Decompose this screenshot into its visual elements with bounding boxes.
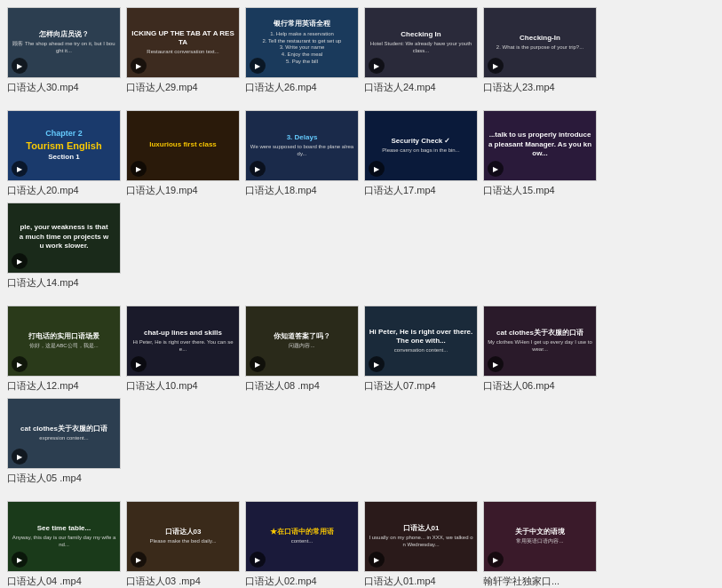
video-item[interactable]: Hi Peter, He is right over there. The on… [364,306,478,393]
video-thumbnail[interactable]: 口语达人03Please make the bed daily...▶ [126,501,240,572]
video-label: 口语达人08 .mp4 [245,379,359,393]
video-item[interactable]: 口语达人03Please make the bed daily...▶口语达人0… [126,501,240,588]
play-icon[interactable]: ▶ [131,58,147,74]
video-thumbnail[interactable]: luxurious first class▶ [126,110,240,181]
video-item[interactable]: ...talk to us properly introduce a pleas… [483,110,597,197]
video-item[interactable]: ple, your weakness is thata much time on… [7,203,121,290]
video-thumbnail[interactable]: 你知道答案了吗？问题内容...▶ [245,306,359,377]
video-label: 口语达人04 .mp4 [7,575,121,588]
video-item[interactable]: Checking InHotel Student: We already hav… [364,7,478,94]
video-thumbnail[interactable]: Hi Peter, He is right over there. The on… [364,306,478,377]
video-item[interactable]: ★在口语中的常用语content...▶口语达人02.mp4 [245,501,359,588]
video-thumbnail[interactable]: Chapter 2Tourism EnglishSection 1▶ [7,110,121,181]
video-label: 口语达人06.mp4 [483,379,597,393]
video-item[interactable]: cat clothes关于衣服的口语My clothes WHen I get … [483,306,597,393]
video-thumbnail[interactable]: cat clothes关于衣服的口语My clothes WHen I get … [483,306,597,377]
video-label: 口语达人20.mp4 [7,184,121,197]
play-icon[interactable]: ▶ [250,552,266,568]
play-icon[interactable]: ▶ [369,356,385,372]
video-item[interactable]: ICKING UP THE TAB AT A RESTARestaurant c… [126,7,240,94]
play-icon[interactable]: ▶ [12,552,28,568]
video-thumbnail[interactable]: 关于中文的语境常用英语口语内容...▶ [483,501,597,572]
video-item[interactable]: Checking-In2. What is the purpose of you… [483,7,597,94]
video-thumbnail[interactable]: ple, your weakness is thata much time on… [7,203,121,274]
video-label: 口语达人03 .mp4 [126,575,240,588]
video-grid: 怎样向店员说？顾客 The shop ahead me try on it, b… [0,0,722,588]
video-item[interactable]: 关于中文的语境常用英语口语内容...▶翰轩学社独家口... [483,501,597,588]
play-icon[interactable]: ▶ [488,552,504,568]
video-label: 口语达人01.mp4 [364,575,478,588]
play-icon[interactable]: ▶ [131,356,147,372]
video-thumbnail[interactable]: 口语达人01I usually on my phone... in XXX, w… [364,501,478,572]
video-thumbnail[interactable]: 打电话的实用口语场景你好，这是ABC公司，我是...▶ [7,306,121,377]
play-icon[interactable]: ▶ [131,552,147,568]
video-label: 口语达人18.mp4 [245,184,359,197]
play-icon[interactable]: ▶ [12,449,28,465]
video-thumbnail[interactable]: cat clothes关于衣服的口语expression content...▶ [7,398,121,469]
video-label: 口语达人14.mp4 [7,276,121,290]
play-icon[interactable]: ▶ [250,58,266,74]
play-icon[interactable]: ▶ [369,161,385,177]
play-icon[interactable]: ▶ [250,356,266,372]
video-thumbnail[interactable]: 3. DelaysWe were supposed to board the p… [245,110,359,181]
video-thumbnail[interactable]: ★在口语中的常用语content...▶ [245,501,359,572]
video-label: 口语达人23.mp4 [483,81,597,94]
video-label: 口语达人12.mp4 [7,379,121,393]
play-icon[interactable]: ▶ [369,58,385,74]
video-thumbnail[interactable]: ICKING UP THE TAB AT A RESTARestaurant c… [126,7,240,78]
play-icon[interactable]: ▶ [12,58,28,74]
video-label: 口语达人10.mp4 [126,379,240,393]
play-icon[interactable]: ▶ [250,161,266,177]
video-label: 口语达人26.mp4 [245,81,359,94]
video-label: 口语达人17.mp4 [364,184,478,197]
video-thumbnail[interactable]: See time table...Anyway, this day is our… [7,501,121,572]
video-label: 口语达人30.mp4 [7,81,121,94]
video-thumbnail[interactable]: chat-up lines and skillsHi Peter, He is … [126,306,240,377]
video-item[interactable]: 口语达人01I usually on my phone... in XXX, w… [364,501,478,588]
video-label: 口语达人24.mp4 [364,81,478,94]
video-item[interactable]: 打电话的实用口语场景你好，这是ABC公司，我是...▶口语达人12.mp4 [7,306,121,393]
video-item[interactable]: Chapter 2Tourism EnglishSection 1▶口语达人20… [7,110,121,197]
video-item[interactable]: luxurious first class▶口语达人19.mp4 [126,110,240,197]
video-item[interactable]: 3. DelaysWe were supposed to board the p… [245,110,359,197]
video-label: 口语达人05 .mp4 [7,472,121,485]
video-label: 口语达人29.mp4 [126,81,240,94]
video-label: 口语达人02.mp4 [245,575,359,588]
video-item[interactable]: 怎样向店员说？顾客 The shop ahead me try on it, b… [7,7,121,94]
play-icon[interactable]: ▶ [488,58,504,74]
video-item[interactable]: chat-up lines and skillsHi Peter, He is … [126,306,240,393]
video-item[interactable]: See time table...Anyway, this day is our… [7,501,121,588]
video-item[interactable]: 银行常用英语全程1. Help make a reservation2. Tel… [245,7,359,94]
video-thumbnail[interactable]: Checking InHotel Student: We already hav… [364,7,478,78]
video-item[interactable]: cat clothes关于衣服的口语expression content...▶… [7,398,121,485]
video-label: 口语达人15.mp4 [483,184,597,197]
video-thumbnail[interactable]: Checking-In2. What is the purpose of you… [483,7,597,78]
video-thumbnail[interactable]: 银行常用英语全程1. Help make a reservation2. Tel… [245,7,359,78]
video-item[interactable]: Security Check ✓Please carry on bags in … [364,110,478,197]
video-label: 口语达人19.mp4 [126,184,240,197]
play-icon[interactable]: ▶ [488,356,504,372]
video-label: 口语达人07.mp4 [364,379,478,393]
play-icon[interactable]: ▶ [12,161,28,177]
video-thumbnail[interactable]: Security Check ✓Please carry on bags in … [364,110,478,181]
video-item[interactable]: 你知道答案了吗？问题内容...▶口语达人08 .mp4 [245,306,359,393]
play-icon[interactable]: ▶ [131,161,147,177]
play-icon[interactable]: ▶ [12,253,28,269]
video-thumbnail[interactable]: ...talk to us properly introduce a pleas… [483,110,597,181]
video-thumbnail[interactable]: 怎样向店员说？顾客 The shop ahead me try on it, b… [7,7,121,78]
play-icon[interactable]: ▶ [12,356,28,372]
play-icon[interactable]: ▶ [369,552,385,568]
play-icon[interactable]: ▶ [488,161,504,177]
video-label: 翰轩学社独家口... [483,575,597,588]
